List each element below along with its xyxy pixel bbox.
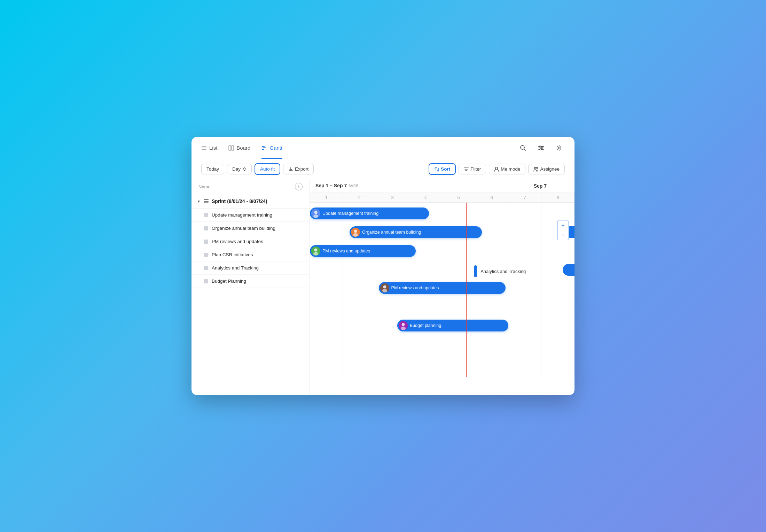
assignee-button[interactable]: Assignee: [528, 164, 565, 174]
add-task-button[interactable]: +: [295, 183, 303, 190]
settings-button[interactable]: [554, 142, 565, 154]
toolbar: Today Day Auto fit Export: [192, 159, 574, 179]
svg-rect-22: [204, 203, 209, 203]
task-row[interactable]: Organize annual team building: [192, 222, 310, 235]
svg-rect-20: [204, 200, 209, 200]
gantt-bar-organize-team[interactable]: Organize annual team building: [350, 226, 482, 238]
svg-rect-5: [262, 146, 265, 147]
filter-button[interactable]: Filter: [459, 164, 486, 174]
task-name: Analytics and Tracking: [212, 265, 259, 271]
gantt-day-8: 8: [541, 193, 574, 202]
list-group-icon: [203, 198, 209, 204]
search-icon: [520, 145, 526, 151]
svg-point-14: [541, 147, 542, 149]
svg-point-16: [558, 147, 560, 149]
main-content: Name + ▼ Sprint (8/01/24 - 8/07/24) Upda…: [192, 179, 574, 395]
search-button[interactable]: [517, 142, 529, 154]
gantt-icon: [261, 145, 267, 151]
avatar: [399, 321, 408, 330]
svg-rect-4: [232, 146, 234, 150]
svg-point-17: [495, 167, 498, 169]
svg-rect-21: [204, 201, 209, 202]
gantt-bar-pm-reviews-1[interactable]: PM reviews and updates: [310, 245, 416, 257]
svg-point-24: [314, 211, 318, 214]
gear-icon: [556, 145, 562, 151]
download-icon: [288, 167, 293, 172]
svg-point-34: [382, 289, 387, 292]
gantt-bar-update-management[interactable]: Update management training: [310, 208, 429, 219]
bar-label: PM reviews and updates: [322, 249, 370, 253]
task-row[interactable]: Update management training: [192, 209, 310, 222]
today-button[interactable]: Today: [201, 164, 224, 174]
filter-icon-button[interactable]: [536, 142, 547, 154]
tab-board-label: Board: [236, 145, 250, 151]
export-button[interactable]: Export: [283, 164, 314, 174]
gantt-days-row: 1 2 3 4 5 6 7 8: [310, 193, 574, 203]
me-mode-label: Me mode: [501, 166, 520, 172]
svg-rect-2: [202, 149, 206, 150]
avatar: [351, 228, 360, 237]
tab-bar-left: List Board Gantt: [201, 137, 282, 159]
gantt-header: Sep 1 – Sep 7 W36 Sep 7: [310, 179, 574, 193]
gantt-day-5: 5: [442, 193, 475, 202]
day-button[interactable]: Day: [227, 164, 252, 174]
zoom-out-button[interactable]: −: [557, 230, 569, 240]
gantt-bar-pm-reviews-2[interactable]: PM reviews and updates: [379, 282, 506, 294]
bar-label: Budget planning: [410, 323, 441, 328]
zoom-in-button[interactable]: +: [557, 220, 569, 230]
task-name: Plan CSR initiatives: [212, 252, 253, 257]
avatar: [380, 283, 389, 292]
task-name: PM reviews and updates: [212, 239, 263, 244]
board-icon: [228, 145, 234, 151]
gantt-day-6: 6: [475, 193, 508, 202]
task-dot: [204, 240, 208, 244]
app-window: List Board Gantt: [192, 137, 574, 395]
tab-list[interactable]: List: [201, 137, 217, 159]
task-list-panel: Name + ▼ Sprint (8/01/24 - 8/07/24) Upda…: [192, 179, 310, 395]
svg-point-15: [540, 149, 541, 150]
gantt-day-4: 4: [409, 193, 442, 202]
name-column-header: Name: [198, 184, 211, 189]
svg-rect-0: [202, 146, 206, 147]
bar-label: Organize annual team building: [362, 230, 421, 235]
task-row[interactable]: Plan CSR initiatives: [192, 248, 310, 261]
sort-button[interactable]: Sort: [429, 163, 456, 175]
tab-board[interactable]: Board: [228, 137, 250, 159]
task-row[interactable]: PM reviews and updates: [192, 235, 310, 248]
svg-point-13: [539, 146, 541, 147]
tab-gantt[interactable]: Gantt: [261, 137, 282, 159]
task-dot: [204, 279, 208, 283]
svg-point-19: [536, 167, 538, 169]
task-dot: [204, 253, 208, 257]
bar-label: Update management training: [322, 211, 378, 216]
export-label: Export: [295, 166, 308, 172]
svg-point-28: [353, 233, 358, 237]
sort-icon: [434, 167, 439, 172]
task-list-header: Name +: [192, 179, 310, 194]
task-dot: [204, 226, 208, 230]
autofit-button[interactable]: Auto fit: [255, 163, 280, 175]
assignee-label: Assignee: [540, 166, 560, 172]
overflow-bar-2: [563, 264, 574, 276]
sort-label: Sort: [441, 166, 450, 172]
gantt-week: W36: [349, 183, 358, 188]
svg-point-31: [313, 252, 318, 256]
task-row[interactable]: Analytics and Tracking: [192, 261, 310, 275]
sprint-group-header[interactable]: ▼ Sprint (8/01/24 - 8/07/24): [192, 194, 310, 209]
tab-bar-right: [517, 142, 565, 154]
task-name: Organize annual team building: [212, 226, 275, 231]
svg-rect-6: [263, 147, 266, 148]
me-mode-button[interactable]: Me mode: [489, 164, 525, 174]
collapse-icon[interactable]: ▼: [197, 200, 201, 203]
filter-icon: [464, 167, 469, 172]
sliders-icon: [538, 145, 544, 151]
task-row[interactable]: Budget Planning: [192, 275, 310, 288]
gantt-day-3: 3: [376, 193, 409, 202]
svg-rect-3: [229, 146, 231, 150]
today-label: Today: [206, 166, 219, 172]
assignee-icon: [533, 167, 538, 172]
sprint-group-label: Sprint (8/01/24 - 8/07/24): [212, 198, 267, 204]
svg-point-30: [314, 249, 318, 252]
avatar: [311, 209, 320, 218]
gantt-bar-budget[interactable]: Budget planning: [397, 320, 508, 331]
